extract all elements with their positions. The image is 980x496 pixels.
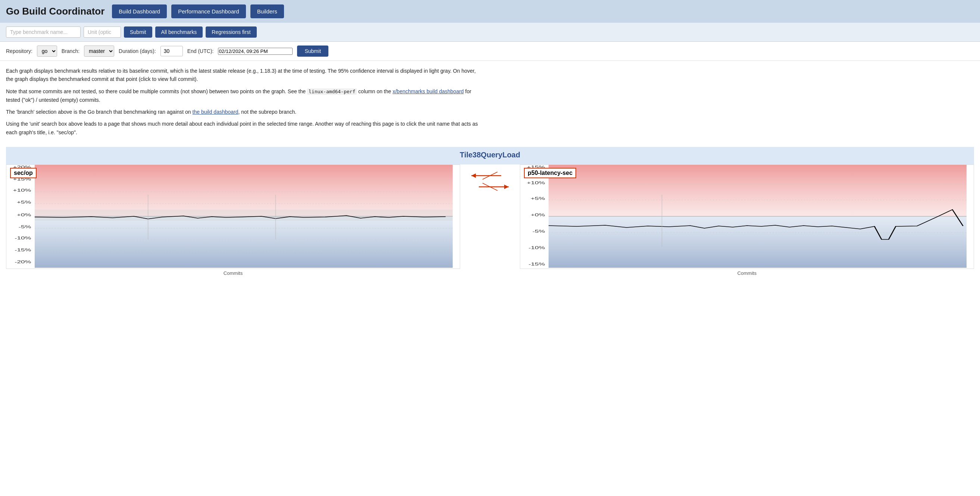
build-dashboard-link[interactable]: the build dashboard xyxy=(192,109,239,115)
right-chart-svg: +15% +10% +5% +0% -5% -10% -15% xyxy=(520,165,974,269)
svg-rect-2 xyxy=(35,209,453,221)
svg-marker-24 xyxy=(504,185,509,189)
svg-text:-15%: -15% xyxy=(14,248,31,252)
svg-text:-15%: -15% xyxy=(528,262,545,266)
annotation-arrows xyxy=(468,165,512,202)
build-dashboard-button[interactable]: Build Dashboard xyxy=(112,5,167,18)
info-para-3: The 'branch' selection above is the Go b… xyxy=(6,108,479,116)
info-para-1: Each graph displays benchmark results re… xyxy=(6,67,479,84)
options-row: Repository: go Branch: master Duration (… xyxy=(0,42,980,61)
header: Go Build Coordinator Build Dashboard Per… xyxy=(0,0,980,23)
info-section: Each graph displays benchmark results re… xyxy=(0,61,485,143)
svg-text:+5%: +5% xyxy=(17,200,31,204)
options-submit-button[interactable]: Submit xyxy=(297,46,328,57)
svg-text:+10%: +10% xyxy=(527,181,545,185)
code-linux-amd64: linux-amd64-perf xyxy=(307,89,357,95)
right-chart[interactable]: p50-latency-sec xyxy=(520,165,974,269)
left-chart[interactable]: sec/op xyxy=(6,165,460,269)
right-chart-wrapper: p50-latency-sec xyxy=(520,165,974,276)
regressions-first-button[interactable]: Regressions first xyxy=(206,27,256,38)
left-chart-wrapper: sec/op xyxy=(6,165,460,276)
right-chart-x-label: Commits xyxy=(520,270,974,276)
svg-text:+0%: +0% xyxy=(531,213,545,217)
charts-row: sec/op xyxy=(6,165,974,276)
svg-text:+0%: +0% xyxy=(17,213,31,217)
duration-label: Duration (days): xyxy=(119,48,156,54)
svg-text:-10%: -10% xyxy=(528,246,545,250)
left-chart-label[interactable]: sec/op xyxy=(10,168,37,178)
svg-text:-5%: -5% xyxy=(533,229,545,233)
svg-rect-1 xyxy=(35,216,453,268)
svg-rect-0 xyxy=(35,165,453,216)
duration-input[interactable] xyxy=(161,46,183,56)
info-para-4: Using the 'unit' search box above leads … xyxy=(6,120,479,136)
svg-text:-5%: -5% xyxy=(19,225,31,229)
benchmark-name-input[interactable] xyxy=(6,27,81,38)
end-label: End (UTC): xyxy=(187,48,214,54)
right-chart-label[interactable]: p50-latency-sec xyxy=(524,168,576,178)
svg-marker-22 xyxy=(471,173,476,178)
svg-text:-20%: -20% xyxy=(14,260,31,264)
unit-input[interactable] xyxy=(84,27,121,38)
branch-select[interactable]: master xyxy=(84,46,114,57)
svg-text:+5%: +5% xyxy=(531,196,545,201)
site-title: Go Build Coordinator xyxy=(6,6,105,17)
performance-dashboard-button[interactable]: Performance Dashboard xyxy=(171,5,245,18)
submit-button[interactable]: Submit xyxy=(124,27,152,38)
left-chart-x-label: Commits xyxy=(6,270,460,276)
chart-group-title: Tile38QueryLoad xyxy=(6,147,974,165)
all-benchmarks-button[interactable]: All benchmarks xyxy=(155,27,203,38)
info-para-2: Note that some commits are not tested, s… xyxy=(6,87,479,104)
filter-bar: Submit All benchmarks Regressions first xyxy=(0,23,980,42)
repository-label: Repository: xyxy=(6,48,32,54)
benchmarks-build-dashboard-link[interactable]: x/benchmarks build dashboard xyxy=(393,89,464,94)
end-datetime-input[interactable] xyxy=(218,48,293,55)
builders-button[interactable]: Builders xyxy=(250,5,284,18)
chart-section: Tile38QueryLoad sec/op xyxy=(0,143,980,284)
svg-rect-28 xyxy=(549,216,967,268)
repository-select[interactable]: go xyxy=(37,46,57,57)
left-chart-svg: +20% +15% +10% +5% +0% -5% -10% -15% -20… xyxy=(6,165,460,269)
branch-label: Branch: xyxy=(62,48,80,54)
svg-rect-27 xyxy=(549,165,967,216)
svg-text:+10%: +10% xyxy=(13,189,31,192)
svg-text:-10%: -10% xyxy=(14,236,31,240)
